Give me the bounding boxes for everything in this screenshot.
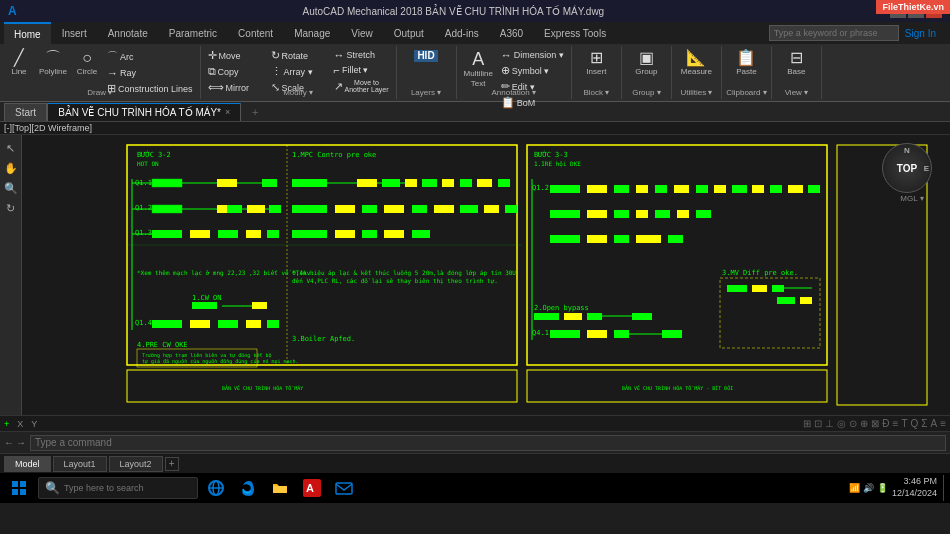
status-otrack[interactable]: ⊕ (860, 418, 868, 429)
btn-multiline-text[interactable]: A Multiline Text (461, 48, 496, 90)
taskbar-app-autocad[interactable]: A (298, 474, 326, 502)
layout-tab-layout1[interactable]: Layout1 (53, 456, 107, 472)
group-modify: ✛Move ⧉Copy ⟺Mirror ↻Rotate ⋮Array ▾ ⤡Sc… (201, 46, 397, 99)
svg-text:Q4.1: Q4.1 (532, 329, 549, 337)
svg-rect-24 (269, 205, 281, 213)
tab-insert[interactable]: Insert (52, 22, 97, 44)
status-dyn[interactable]: Ð (882, 418, 889, 429)
btn-circle[interactable]: ○ Circle (72, 48, 102, 78)
tool-orbit[interactable]: ↻ (2, 199, 20, 217)
status-anno[interactable]: A (930, 418, 937, 429)
command-input[interactable] (30, 435, 946, 451)
btn-hid[interactable]: HID (411, 48, 441, 65)
btn-dimension[interactable]: ↔Dimension ▾ (498, 48, 567, 62)
search-input[interactable] (769, 25, 899, 41)
ribbon-tabs: Home Insert Annotate Parametric Content … (0, 22, 950, 44)
layout-tab-model[interactable]: Model (4, 456, 51, 472)
btn-fillet[interactable]: ⌐Fillet ▾ (331, 63, 392, 77)
clock[interactable]: 3:46 PM 12/14/2024 (892, 476, 937, 499)
new-tab-button[interactable]: + (245, 103, 265, 121)
svg-rect-124 (335, 230, 355, 238)
status-grid[interactable]: ⊞ (803, 418, 811, 429)
arc-icon: ⌒ (107, 49, 118, 64)
doc-tab-start[interactable]: Start (4, 103, 47, 121)
tool-select[interactable]: ↖ (2, 139, 20, 157)
btn-insert[interactable]: ⊞ Insert (581, 48, 611, 78)
taskbar-app-mail[interactable] (330, 474, 358, 502)
signin-button[interactable]: Sign In (899, 28, 942, 39)
ray-icon: → (107, 67, 118, 79)
status-qp[interactable]: Q (911, 418, 919, 429)
btn-bom[interactable]: 📋 BoM (498, 95, 567, 110)
tool-pan[interactable]: ✋ (2, 159, 20, 177)
workspace: ↖ ✋ 🔍 ↻ BIÊN VẼ CHU TRÌNH TỐ HÓA TỐ Máy (0, 135, 950, 415)
group-clipboard-label: Clipboard ▾ (722, 88, 771, 97)
btn-group[interactable]: ▣ Group (631, 48, 661, 78)
svg-rect-115 (335, 205, 355, 213)
tab-parametric[interactable]: Parametric (159, 22, 227, 44)
svg-text:Q1.4: Q1.4 (135, 319, 152, 327)
btn-arc[interactable]: ⌒Arc (104, 48, 196, 65)
btn-ray[interactable]: →Ray (104, 66, 196, 80)
status-polar[interactable]: ◎ (837, 418, 846, 429)
svg-rect-85 (800, 297, 812, 304)
taskbar-app-edge[interactable] (234, 474, 262, 502)
status-osnap[interactable]: ⊙ (849, 418, 857, 429)
btn-symbol[interactable]: ⊕Symbol ▾ (498, 63, 567, 78)
btn-copy[interactable]: ⧉Copy (205, 64, 266, 79)
tray-volume[interactable]: 🔊 (863, 483, 874, 493)
tab-home[interactable]: Home (4, 22, 51, 44)
taskbar-search-input[interactable] (64, 483, 184, 493)
status-sc[interactable]: Σ (921, 418, 927, 429)
btn-paste[interactable]: 📋 Paste (731, 48, 761, 78)
layout-tab-layout2[interactable]: Layout2 (109, 456, 163, 472)
btn-line[interactable]: ╱ Line (4, 48, 34, 78)
polyline-icon: ⌒ (45, 50, 61, 66)
nav-cube[interactable]: TOP MGL ▾ (882, 143, 942, 203)
layout-add-button[interactable]: + (165, 457, 179, 471)
status-snap[interactable]: ⊡ (814, 418, 822, 429)
fillet-icon: ⌐ (334, 64, 340, 76)
svg-rect-111 (614, 235, 629, 243)
svg-rect-74 (752, 185, 764, 193)
svg-rect-89 (587, 313, 602, 320)
btn-polyline[interactable]: ⌒ Polyline (36, 48, 70, 78)
start-button[interactable] (4, 475, 34, 501)
btn-measure[interactable]: 📐 Measure (678, 48, 715, 78)
tab-view[interactable]: View (341, 22, 383, 44)
taskbar-app-folder[interactable] (266, 474, 294, 502)
btn-array[interactable]: ⋮Array ▾ (268, 64, 329, 79)
btn-base[interactable]: ⊟ Base (781, 48, 811, 78)
tab-manage[interactable]: Manage (284, 22, 340, 44)
tab-a360[interactable]: A360 (490, 22, 533, 44)
svg-rect-95 (614, 330, 629, 338)
tab-close-icon[interactable]: × (225, 107, 230, 117)
status-settings[interactable]: ≡ (940, 418, 946, 429)
tab-content[interactable]: Content (228, 22, 283, 44)
show-desktop-button[interactable] (943, 475, 946, 501)
btn-stretch[interactable]: ↔Stretch (331, 48, 392, 62)
btn-move[interactable]: ✛Move (205, 48, 266, 63)
taskbar-search[interactable]: 🔍 (38, 477, 198, 499)
status-ducs[interactable]: ⊠ (871, 418, 879, 429)
status-tp[interactable]: T (901, 418, 907, 429)
doc-tab-main[interactable]: BẢN VẼ CHU TRÌNH HÓA TỐ MÁY* × (47, 103, 241, 121)
taskbar-app-ie[interactable] (202, 474, 230, 502)
tab-annotate[interactable]: Annotate (98, 22, 158, 44)
status-ortho[interactable]: ⊥ (825, 418, 834, 429)
tab-addins[interactable]: Add-ins (435, 22, 489, 44)
tab-express[interactable]: Express Tools (534, 22, 616, 44)
base-icon: ⊟ (790, 50, 803, 66)
cmd-forward-button[interactable]: → (16, 437, 26, 448)
svg-rect-65 (550, 185, 580, 193)
drawing-canvas[interactable]: BIÊN VẼ CHU TRÌNH TỐ HÓA TỐ Máy BƯỚC 3-2… (22, 135, 950, 415)
x-coord: X (17, 419, 23, 429)
tray-network[interactable]: 📶 (849, 483, 860, 493)
ie-icon (207, 479, 225, 497)
cmd-back-button[interactable]: ← (4, 437, 14, 448)
svg-rect-77 (808, 185, 820, 193)
status-lw[interactable]: ≡ (893, 418, 899, 429)
btn-rotate[interactable]: ↻Rotate (268, 48, 329, 63)
tool-zoom[interactable]: 🔍 (2, 179, 20, 197)
tab-output[interactable]: Output (384, 22, 434, 44)
